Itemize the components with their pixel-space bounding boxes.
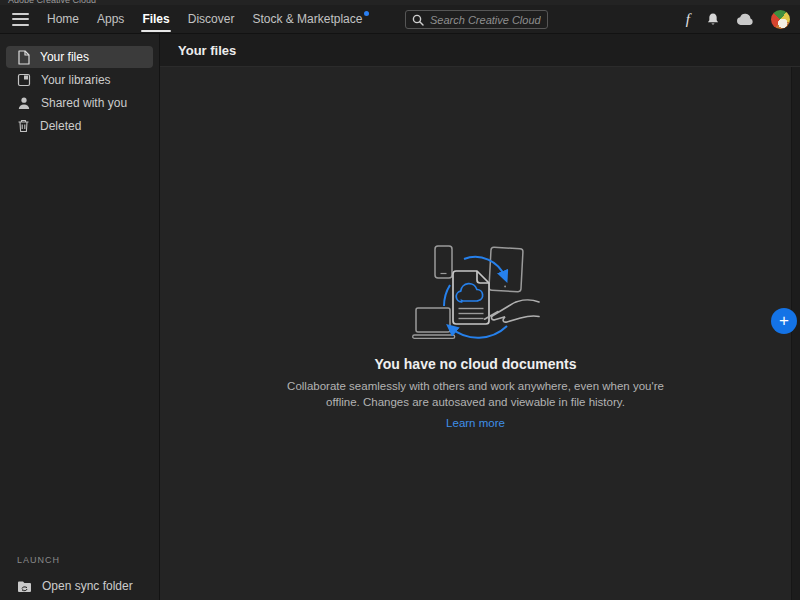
sidebar: Your files Your libraries Shared with yo… xyxy=(0,34,160,600)
sidebar-item-deleted[interactable]: Deleted xyxy=(6,115,153,137)
empty-state: You have no cloud documents Collaborate … xyxy=(160,244,791,429)
file-icon xyxy=(17,50,30,65)
launch-section: LAUNCH Open sync folder xyxy=(0,555,159,600)
new-badge-dot xyxy=(364,11,369,16)
nav-item-home[interactable]: Home xyxy=(45,5,81,33)
nav-item-files[interactable]: Files xyxy=(140,5,171,33)
sidebar-item-your-files[interactable]: Your files xyxy=(6,46,153,68)
nav-item-stock-marketplace[interactable]: Stock & Marketplace xyxy=(250,5,369,33)
sidebar-item-label: Open sync folder xyxy=(42,579,133,593)
adobe-fonts-icon[interactable]: f xyxy=(686,12,690,27)
search-box[interactable] xyxy=(405,10,548,29)
top-navigation: Home Apps Files Discover Stock & Marketp… xyxy=(0,5,800,34)
main-panel: Your files xyxy=(160,34,800,600)
launch-label: LAUNCH xyxy=(0,555,159,565)
open-sync-folder-button[interactable]: Open sync folder xyxy=(6,575,153,597)
sidebar-item-shared-with-you[interactable]: Shared with you xyxy=(6,92,153,114)
files-content: You have no cloud documents Collaborate … xyxy=(160,67,800,600)
empty-state-description: Collaborate seamlessly with others and w… xyxy=(272,378,680,410)
empty-state-heading: You have no cloud documents xyxy=(375,356,577,372)
cloud-icon[interactable] xyxy=(736,13,755,26)
learn-more-link[interactable]: Learn more xyxy=(446,417,505,429)
scrollbar-gutter[interactable] xyxy=(791,67,800,600)
cloud-documents-illustration xyxy=(412,244,540,343)
people-icon xyxy=(17,96,31,110)
sidebar-item-label: Your files xyxy=(40,50,89,64)
sidebar-item-label: Your libraries xyxy=(41,73,111,87)
bell-icon[interactable] xyxy=(706,12,720,27)
nav-item-discover[interactable]: Discover xyxy=(186,5,237,33)
sync-folder-icon xyxy=(17,580,32,593)
nav-item-apps[interactable]: Apps xyxy=(95,5,126,33)
trash-icon xyxy=(17,119,30,133)
app-body: Your files Your libraries Shared with yo… xyxy=(0,34,800,600)
avatar[interactable] xyxy=(771,10,790,29)
create-new-button[interactable]: + xyxy=(771,308,797,334)
sidebar-item-label: Shared with you xyxy=(41,96,127,110)
primary-nav: Home Apps Files Discover Stock & Marketp… xyxy=(45,5,369,33)
topnav-right-icons: f xyxy=(686,5,790,34)
hamburger-menu-icon[interactable] xyxy=(12,13,29,26)
nav-item-label: Stock & Marketplace xyxy=(252,12,362,26)
search-input[interactable] xyxy=(430,14,541,26)
page-title: Your files xyxy=(178,43,236,58)
library-icon xyxy=(17,73,31,87)
main-header: Your files xyxy=(160,34,800,67)
search-icon xyxy=(412,14,424,26)
sidebar-item-your-libraries[interactable]: Your libraries xyxy=(6,69,153,91)
sidebar-item-label: Deleted xyxy=(40,119,81,133)
creative-cloud-app: Adobe Creative Cloud Home Apps Files Dis… xyxy=(0,0,800,600)
